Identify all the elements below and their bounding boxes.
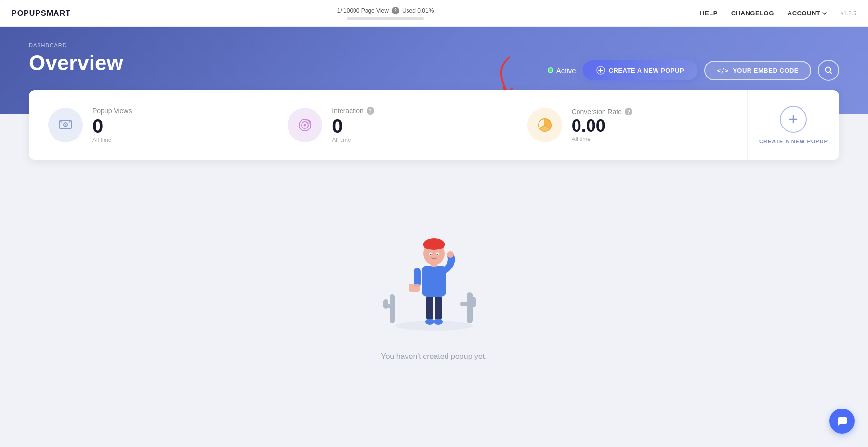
svg-rect-18 <box>471 297 476 307</box>
search-icon <box>824 66 833 75</box>
conversion-info: Conversion Rate ? 0.00 All time <box>572 108 632 142</box>
svg-rect-25 <box>409 284 420 292</box>
chat-button[interactable] <box>829 409 855 434</box>
embed-code-button[interactable]: </> YOUR EMBED CODE <box>704 61 811 80</box>
empty-illustration-svg <box>357 198 511 343</box>
svg-point-4 <box>65 124 66 126</box>
account-chevron-icon <box>822 12 827 15</box>
empty-state: You haven't created popup yet. <box>29 179 839 390</box>
svg-rect-19 <box>426 294 433 321</box>
svg-rect-16 <box>467 292 473 323</box>
interaction-icon-wrap <box>288 108 322 142</box>
page-view-label: 1/ 10000 Page View <box>337 7 389 14</box>
stat-popup-views: Popup Views 0 All time <box>29 90 268 160</box>
pie-icon <box>536 116 554 134</box>
stat-conversion: Conversion Rate ? 0.00 All time <box>508 90 748 160</box>
help-link[interactable]: HELP <box>700 10 718 17</box>
create-popup-button[interactable]: CREATE A NEW POPUP <box>583 60 698 80</box>
interaction-value: 0 <box>332 116 374 136</box>
svg-point-26 <box>447 251 454 258</box>
active-dot <box>548 67 553 73</box>
active-badge: Active <box>548 66 576 75</box>
create-new-label: CREATE A NEW POPUP <box>759 139 828 144</box>
conversion-period: All time <box>572 136 632 142</box>
target-icon <box>296 116 314 134</box>
eye-icon <box>57 117 74 133</box>
popup-views-label: Popup Views <box>92 107 132 115</box>
svg-rect-23 <box>422 266 446 297</box>
empty-illustration <box>357 198 511 352</box>
popup-views-value: 0 <box>92 116 132 136</box>
chat-icon <box>836 415 848 427</box>
page-view-progress-bar <box>347 17 424 20</box>
plus-icon <box>788 114 799 125</box>
nav-center: 1/ 10000 Page View ? Used 0.01% <box>71 7 700 20</box>
svg-point-33 <box>430 254 432 255</box>
page-view-info: 1/ 10000 Page View ? Used 0.01% <box>337 7 434 14</box>
main-content: Popup Views 0 All time Interaction <box>0 90 868 409</box>
breadcrumb: DASHBOARD <box>29 42 839 48</box>
header-actions: Active CREATE A NEW POPUP </> YOUR EMBED… <box>548 60 839 81</box>
conversion-value: 0.00 <box>572 117 632 135</box>
svg-rect-17 <box>460 302 473 306</box>
conversion-help-icon[interactable]: ? <box>625 108 632 115</box>
nav-right: HELP CHANGELOG ACCOUNT v1.2.5 <box>700 10 856 17</box>
used-label: Used 0.01% <box>402 7 434 14</box>
version-text: v1.2.5 <box>841 10 856 17</box>
popup-views-info: Popup Views 0 All time <box>92 107 132 143</box>
plus-circle-icon <box>596 66 605 75</box>
svg-rect-15 <box>383 299 388 309</box>
svg-point-21 <box>425 319 434 325</box>
stat-interaction: Interaction ? 0 All time <box>268 90 508 160</box>
popup-views-period: All time <box>92 137 132 143</box>
interaction-period: All time <box>332 137 374 143</box>
active-label: Active <box>556 66 576 75</box>
account-link[interactable]: ACCOUNT <box>788 10 828 17</box>
svg-point-34 <box>437 254 438 255</box>
svg-rect-13 <box>390 294 395 323</box>
empty-message: You haven't created popup yet. <box>381 352 487 361</box>
svg-point-7 <box>304 124 306 127</box>
plus-button <box>780 106 807 133</box>
top-nav: POPUPSMART 1/ 10000 Page View ? Used 0.0… <box>0 0 868 27</box>
search-button[interactable] <box>818 60 839 81</box>
interaction-help-icon[interactable]: ? <box>367 107 374 115</box>
stats-card: Popup Views 0 All time Interaction <box>29 90 839 160</box>
page-view-help-icon[interactable]: ? <box>392 7 399 14</box>
svg-point-12 <box>395 321 473 331</box>
popup-views-icon-wrap <box>48 108 83 142</box>
conversion-label: Conversion Rate ? <box>572 108 632 115</box>
svg-rect-30 <box>423 242 445 249</box>
changelog-link[interactable]: CHANGELOG <box>731 10 774 17</box>
create-new-card[interactable]: CREATE A NEW POPUP <box>748 90 839 160</box>
svg-rect-20 <box>435 294 442 321</box>
conversion-icon-wrap <box>527 108 562 142</box>
logo: POPUPSMART <box>12 9 71 18</box>
code-icon: </> <box>717 67 729 74</box>
interaction-info: Interaction ? 0 All time <box>332 107 374 143</box>
interaction-label: Interaction ? <box>332 107 374 115</box>
svg-point-22 <box>434 319 443 325</box>
